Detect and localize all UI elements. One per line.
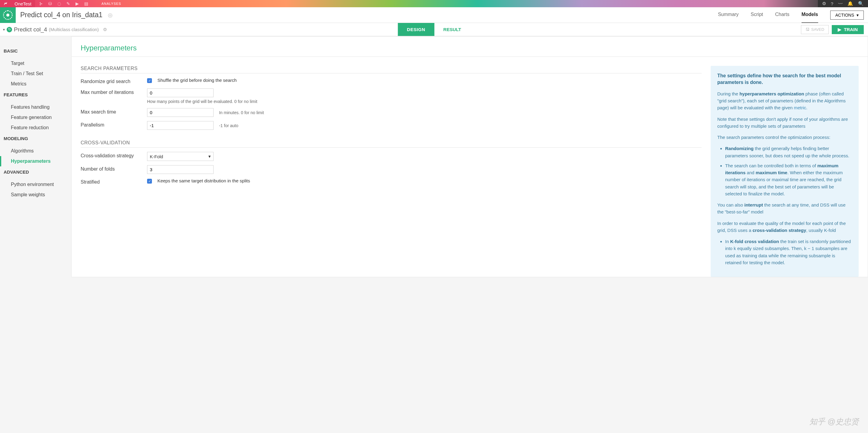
- header-tabs: Summary Script Charts Models: [718, 12, 830, 19]
- breadcrumb-model-icon[interactable]: ↻: [7, 27, 12, 32]
- recipes-icon[interactable]: ◌: [57, 1, 61, 6]
- tab-charts[interactable]: Charts: [775, 12, 789, 19]
- subheader-actions: 🖫SAVED ▶TRAIN: [801, 25, 864, 34]
- max-time-label: Max search time: [81, 108, 147, 115]
- subheader: ▾ ↻ Predict col_4 (Multiclass classifica…: [0, 23, 868, 36]
- max-iter-label: Max number of iterations: [81, 89, 147, 95]
- saved-label: SAVED: [811, 27, 824, 32]
- row-max-iterations: Max number of iterations How many points…: [81, 89, 702, 104]
- cross-validation-header: CROSS-VALIDATION: [81, 140, 702, 148]
- tab-summary[interactable]: Summary: [718, 12, 738, 19]
- breadcrumb-settings-icon[interactable]: ⚙: [103, 27, 107, 32]
- breadcrumb-subtitle: (Multiclass classification): [49, 27, 99, 32]
- topbar-left: OneTest ⊱ ⛁ ◌ ✎ ▶ ▤ ANALYSES: [0, 0, 121, 7]
- tab-design[interactable]: DESIGN: [398, 23, 434, 36]
- project-name[interactable]: OneTest: [11, 0, 35, 7]
- row-folds: Number of folds: [81, 165, 702, 174]
- help-icon[interactable]: ?: [831, 1, 833, 6]
- content-title: Hyperparameters: [81, 44, 859, 52]
- dashboards-icon[interactable]: ▤: [84, 1, 88, 6]
- activity-icon[interactable]: 〰: [838, 1, 843, 6]
- content-body: SEARCH PARAMETERS Randomize grid search …: [71, 57, 868, 277]
- saved-button[interactable]: 🖫SAVED: [801, 25, 829, 34]
- sidebar-item-feature-generation[interactable]: Feature generation: [4, 112, 68, 123]
- sidebar-item-hyperparameters[interactable]: Hyperparameters: [0, 156, 68, 166]
- app-logo[interactable]: [0, 0, 11, 7]
- cv-strategy-select[interactable]: K-Fold ▾: [147, 152, 214, 161]
- info-area: The settings define how the search for t…: [711, 66, 859, 277]
- info-list1: Randomizing the grid generally helps fin…: [717, 145, 852, 197]
- breadcrumb-title[interactable]: Predict col_4: [14, 26, 47, 33]
- info-p1: During the hyperparameters optimization …: [717, 90, 852, 112]
- max-iter-hint: How many points of the grid will be eval…: [147, 99, 702, 104]
- info-li3: In K-fold cross validation the train set…: [725, 238, 852, 266]
- search-icon[interactable]: 🔍: [858, 1, 864, 6]
- parallelism-hint: -1 for auto: [219, 123, 238, 128]
- form-area: SEARCH PARAMETERS Randomize grid search …: [81, 66, 702, 277]
- info-li2: The search can be controlled both in ter…: [725, 162, 852, 197]
- search-parameters-header: SEARCH PARAMETERS: [81, 66, 702, 73]
- actions-button[interactable]: ACTIONS▾: [830, 10, 864, 20]
- target-icon[interactable]: ◎: [108, 12, 113, 19]
- notifications-icon[interactable]: 🔔: [847, 1, 853, 6]
- sidebar-section-advanced: ADVANCED: [4, 169, 68, 175]
- train-label: TRAIN: [844, 27, 858, 32]
- tab-script[interactable]: Script: [751, 12, 763, 19]
- datasets-icon[interactable]: ⛁: [48, 1, 52, 6]
- breadcrumb-caret-icon[interactable]: ▾: [3, 28, 5, 32]
- stratified-checkbox[interactable]: ✓: [147, 179, 152, 184]
- settings-icon[interactable]: ⚙: [822, 1, 826, 6]
- breadcrumb: ▾ ↻ Predict col_4 (Multiclass classifica…: [0, 26, 107, 33]
- actions-label: ACTIONS: [835, 13, 854, 18]
- jobs-icon[interactable]: ▶: [75, 1, 79, 6]
- row-randomize: Randomize grid search ✓ Shuffle the grid…: [81, 78, 702, 84]
- sidebar-item-sample-weights[interactable]: Sample weights: [4, 190, 68, 200]
- topbar-right: ⚙ ? 〰 🔔 🔍: [818, 0, 868, 7]
- metric-link[interactable]: metric: [794, 105, 806, 110]
- flow-icon[interactable]: ⊱: [39, 1, 43, 6]
- folds-input[interactable]: [147, 165, 214, 174]
- page-title: Predict col_4 on Iris_data1: [16, 11, 102, 19]
- randomize-label: Randomize grid search: [81, 78, 147, 84]
- analysis-icon[interactable]: [0, 7, 16, 23]
- content-header-card: Hyperparameters: [71, 36, 868, 57]
- topbar-nav-icons: ⊱ ⛁ ◌ ✎ ▶ ▤: [35, 0, 92, 7]
- info-p3: The search parameters control the optimi…: [717, 134, 852, 141]
- folds-label: Number of folds: [81, 165, 147, 172]
- sidebar-item-python-env[interactable]: Python environment: [4, 179, 68, 190]
- max-time-hint: In minutes. 0 for no limit: [219, 110, 264, 115]
- sidebar-item-metrics[interactable]: Metrics: [4, 79, 68, 89]
- sidebar-item-target[interactable]: Target: [4, 58, 68, 68]
- sidebar: BASIC Target Train / Test Set Metrics FE…: [0, 36, 71, 277]
- sidebar-item-train-test[interactable]: Train / Test Set: [4, 68, 68, 79]
- analyses-label[interactable]: ANALYSES: [92, 2, 121, 5]
- row-stratified: Stratified ✓ Keeps the same target distr…: [81, 178, 702, 185]
- max-iter-input[interactable]: [147, 89, 214, 97]
- sidebar-section-features: FEATURES: [4, 92, 68, 97]
- notebooks-icon[interactable]: ✎: [66, 1, 70, 6]
- design-result-tabs: DESIGN RESULT: [398, 23, 470, 36]
- caret-down-icon: ▾: [857, 13, 859, 18]
- stratified-hint: Keeps the same target distribution in th…: [157, 178, 250, 183]
- cv-strategy-label: Cross-validation strategy: [81, 152, 147, 158]
- sidebar-section-basic: BASIC: [4, 48, 68, 54]
- parallelism-label: Parallelism: [81, 121, 147, 128]
- randomize-hint: Shuffle the grid before doing the search: [157, 78, 237, 83]
- bird-icon: [3, 1, 8, 6]
- sidebar-section-modeling: MODELING: [4, 136, 68, 141]
- tab-result[interactable]: RESULT: [434, 23, 470, 36]
- tab-models[interactable]: Models: [802, 12, 818, 23]
- parallelism-input[interactable]: [147, 121, 214, 130]
- info-list2: In K-fold cross validation the train set…: [717, 238, 852, 266]
- info-p4: You can also interrupt the search at any…: [717, 202, 852, 216]
- cv-strategy-value: K-Fold: [150, 154, 163, 159]
- max-time-input[interactable]: [147, 108, 214, 117]
- info-p5: In order to evaluate the quality of the …: [717, 220, 852, 234]
- header: Predict col_4 on Iris_data1 ◎ Summary Sc…: [0, 7, 868, 23]
- train-button[interactable]: ▶TRAIN: [832, 25, 864, 34]
- randomize-checkbox[interactable]: ✓: [147, 78, 152, 83]
- sidebar-item-algorithms[interactable]: Algorithms: [4, 146, 68, 156]
- sidebar-item-features-handling[interactable]: Features handling: [4, 102, 68, 112]
- sidebar-item-feature-reduction[interactable]: Feature reduction: [4, 123, 68, 133]
- main: BASIC Target Train / Test Set Metrics FE…: [0, 36, 868, 277]
